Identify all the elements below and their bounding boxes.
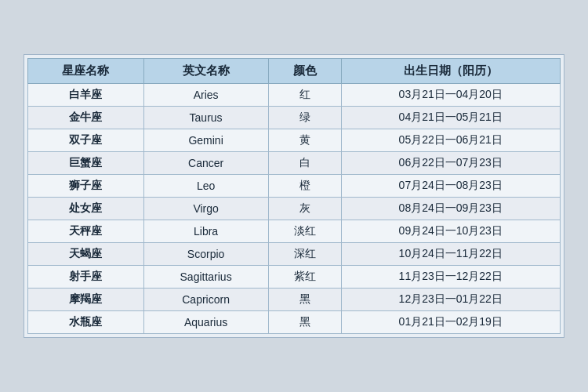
table-row: 白羊座Aries红03月21日一04月20日 xyxy=(28,84,561,107)
cell-english: Gemini xyxy=(143,129,268,152)
cell-chinese: 双子座 xyxy=(28,129,144,152)
cell-dates: 08月24日一09月23日 xyxy=(341,198,561,220)
cell-chinese: 天秤座 xyxy=(28,220,144,243)
cell-color: 红 xyxy=(268,84,341,107)
cell-color: 白 xyxy=(268,152,341,175)
cell-chinese: 狮子座 xyxy=(28,175,144,198)
table-row: 射手座Sagittarius紫红11月23日一12月22日 xyxy=(28,266,561,289)
cell-color: 淡红 xyxy=(268,220,341,243)
cell-dates: 07月24日一08月23日 xyxy=(341,175,561,198)
table-row: 狮子座Leo橙07月24日一08月23日 xyxy=(28,175,561,198)
cell-chinese: 水瓶座 xyxy=(28,311,144,334)
cell-color: 黑 xyxy=(268,289,341,311)
cell-dates: 09月24日一10月23日 xyxy=(341,220,561,243)
cell-english: Aries xyxy=(143,84,268,107)
cell-chinese: 处女座 xyxy=(28,198,144,220)
cell-color: 黑 xyxy=(268,311,341,334)
table-row: 巨蟹座Cancer白06月22日一07月23日 xyxy=(28,152,561,175)
cell-dates: 12月23日一01月22日 xyxy=(341,289,561,311)
cell-color: 橙 xyxy=(268,175,341,198)
table-row: 摩羯座Capricorn黑12月23日一01月22日 xyxy=(28,289,561,311)
table-header-row: 星座名称 英文名称 颜色 出生日期（阳历） xyxy=(28,59,561,84)
table-row: 双子座Gemini黄05月22日一06月21日 xyxy=(28,129,561,152)
col-header-dates: 出生日期（阳历） xyxy=(341,59,561,84)
cell-color: 灰 xyxy=(268,198,341,220)
table-row: 天秤座Libra淡红09月24日一10月23日 xyxy=(28,220,561,243)
zodiac-table: 星座名称 英文名称 颜色 出生日期（阳历） 白羊座Aries红03月21日一04… xyxy=(27,58,561,334)
cell-dates: 01月21日一02月19日 xyxy=(341,311,561,334)
table-row: 金牛座Taurus绿04月21日一05月21日 xyxy=(28,107,561,129)
cell-english: Virgo xyxy=(143,198,268,220)
cell-dates: 03月21日一04月20日 xyxy=(341,84,561,107)
cell-chinese: 巨蟹座 xyxy=(28,152,144,175)
cell-english: Sagittarius xyxy=(143,266,268,289)
cell-color: 黄 xyxy=(268,129,341,152)
cell-dates: 10月24日一11月22日 xyxy=(341,243,561,266)
cell-dates: 04月21日一05月21日 xyxy=(341,107,561,129)
cell-english: Scorpio xyxy=(143,243,268,266)
col-header-color: 颜色 xyxy=(268,59,341,84)
cell-chinese: 金牛座 xyxy=(28,107,144,129)
cell-color: 绿 xyxy=(268,107,341,129)
cell-english: Cancer xyxy=(143,152,268,175)
cell-chinese: 摩羯座 xyxy=(28,289,144,311)
col-header-english: 英文名称 xyxy=(143,59,268,84)
cell-dates: 05月22日一06月21日 xyxy=(341,129,561,152)
cell-chinese: 白羊座 xyxy=(28,84,144,107)
cell-chinese: 射手座 xyxy=(28,266,144,289)
table-row: 处女座Virgo灰08月24日一09月23日 xyxy=(28,198,561,220)
zodiac-table-container: 星座名称 英文名称 颜色 出生日期（阳历） 白羊座Aries红03月21日一04… xyxy=(24,54,564,338)
table-row: 天蝎座Scorpio深红10月24日一11月22日 xyxy=(28,243,561,266)
cell-color: 紫红 xyxy=(268,266,341,289)
cell-english: Capricorn xyxy=(143,289,268,311)
table-row: 水瓶座Aquarius黑01月21日一02月19日 xyxy=(28,311,561,334)
cell-chinese: 天蝎座 xyxy=(28,243,144,266)
cell-english: Taurus xyxy=(143,107,268,129)
cell-english: Libra xyxy=(143,220,268,243)
cell-english: Leo xyxy=(143,175,268,198)
cell-english: Aquarius xyxy=(143,311,268,334)
cell-dates: 11月23日一12月22日 xyxy=(341,266,561,289)
cell-dates: 06月22日一07月23日 xyxy=(341,152,561,175)
col-header-chinese: 星座名称 xyxy=(28,59,144,84)
cell-color: 深红 xyxy=(268,243,341,266)
